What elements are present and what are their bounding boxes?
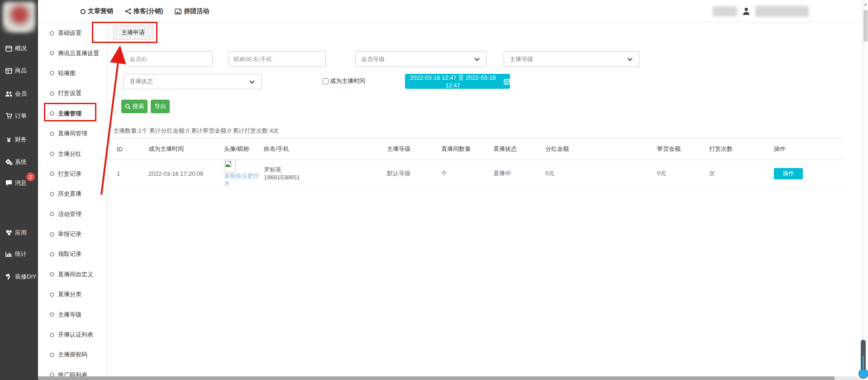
- cell-room-count: 个: [437, 160, 489, 188]
- nickname-input[interactable]: [229, 51, 326, 67]
- horizontal-scrollbar[interactable]: [38, 376, 862, 380]
- vertical-scrollbar-thumb[interactable]: [863, 10, 868, 42]
- topnav-label: 拼团活动: [184, 7, 209, 15]
- vertical-scrollbar[interactable]: ▲: [862, 0, 868, 380]
- radio-circle-icon: [50, 91, 54, 96]
- topnav-label: 推客(分销): [134, 7, 163, 15]
- col-header-avatar-nickname: 头像/昵称: [219, 139, 259, 160]
- sidebar-item-goods[interactable]: 商品: [0, 66, 38, 76]
- goods-icon: [5, 67, 13, 74]
- submenu-item-basic-settings[interactable]: 基础设置: [38, 23, 107, 43]
- radio-circle-icon: [50, 232, 54, 236]
- chevron-down-icon: [474, 56, 479, 61]
- circle-icon: [81, 9, 86, 14]
- radio-circle-icon: [50, 172, 54, 176]
- sidebar-item-diy[interactable]: 装修DIY: [0, 272, 38, 282]
- radio-circle-icon: [50, 353, 54, 357]
- submenu-item-reward-settings[interactable]: 打赏设置: [38, 83, 107, 103]
- col-header-actions: 操作: [769, 139, 843, 160]
- sidebar-item-stats[interactable]: 统计: [0, 249, 38, 259]
- tab-anchor-application[interactable]: 主播申请: [113, 25, 153, 40]
- topnav-item-distribution[interactable]: 推客(分销): [125, 7, 163, 15]
- submenu-item-anchor-management[interactable]: 主播管理: [38, 104, 107, 124]
- search-button[interactable]: 搜索: [121, 100, 148, 113]
- submenu-item-anchor-dividend[interactable]: 主播分红: [38, 144, 107, 164]
- submenu-item-reward-records[interactable]: 打赏记录: [38, 164, 107, 184]
- date-range-button[interactable]: 2022-03-18 12:47 至 2022-03-18 12:47: [405, 74, 510, 89]
- export-button[interactable]: 导出: [151, 100, 170, 113]
- col-header-goods-amount: 带货金额: [653, 139, 705, 160]
- col-header-name-phone: 姓名/手机: [259, 139, 382, 160]
- topnav-item-group-activity[interactable]: 拼团活动: [175, 7, 209, 15]
- sidebar-item-label: 统计: [15, 250, 27, 258]
- radio-circle-icon: [50, 132, 54, 136]
- user-menu[interactable]: [713, 5, 809, 18]
- submenu-item-tencent-live[interactable]: 腾讯云直播设置: [38, 43, 107, 63]
- app-logo[interactable]: [3, 2, 35, 33]
- topnav-item-article-marketing[interactable]: 文章营销: [81, 7, 113, 15]
- submenu-item-activity-management[interactable]: 活动管理: [38, 204, 107, 224]
- submenu-item-anchor-level[interactable]: 主播等级: [38, 304, 107, 324]
- cell-name-phone: 罗标英 18681538651: [259, 160, 382, 188]
- submenu-label: 腾讯云直播设置: [58, 49, 99, 58]
- radio-circle-icon: [50, 313, 54, 317]
- censored-balance: [713, 6, 737, 16]
- col-header-live-status: 直播状态: [489, 139, 541, 160]
- submenu-item-cert-list[interactable]: 开播认证列表: [38, 325, 107, 345]
- submenu-item-auth-code[interactable]: 主播授权码: [38, 345, 107, 365]
- submenu-label: 主播分红: [58, 150, 81, 158]
- submenu-label: 活动管理: [58, 210, 81, 218]
- horizontal-scrollbar-thumb[interactable]: [38, 376, 835, 380]
- live-status-select[interactable]: 直播状态: [124, 74, 262, 89]
- scroll-indicator-handle[interactable]: [858, 369, 868, 379]
- sidebar-item-orders[interactable]: 订单: [0, 111, 38, 121]
- anchor-phone: 18681538651: [264, 173, 382, 181]
- member-level-select[interactable]: 会员等级: [355, 51, 486, 67]
- nickname-link[interactable]: 来瓶快乐肥仔水: [224, 173, 259, 188]
- date-range-value: 2022-03-18 12:47 至 2022-03-18 12:47: [405, 74, 501, 89]
- calendar-icon: [504, 78, 510, 85]
- cell-live-status: 直播中: [489, 160, 541, 188]
- search-icon: [125, 104, 131, 110]
- submenu-label: 主播授权码: [58, 351, 87, 359]
- radio-circle-icon: [50, 31, 54, 35]
- system-gear-icon: [5, 159, 13, 166]
- sidebar-item-label: 装修DIY: [15, 273, 37, 281]
- sidebar-item-apps[interactable]: 应用: [0, 228, 38, 238]
- live-submenu: 基础设置 腾讯云直播设置 轮播图 打赏设置 主播管理 直播间管理 主播分红 打赏…: [38, 23, 108, 377]
- cell-actions: 操作: [769, 160, 843, 188]
- become-anchor-time-filter[interactable]: 成为主播时间: [323, 77, 365, 85]
- sidebar-item-system[interactable]: 系统: [0, 157, 38, 167]
- submenu-item-claim-records[interactable]: 领取记录: [38, 244, 107, 264]
- table-header-row: ID 成为主播时间 头像/昵称 姓名/手机 主播等级 直播间数量 直播状态 分红…: [112, 139, 843, 160]
- cell-goods-amount: 0元: [653, 160, 705, 188]
- chevron-down-icon: [249, 78, 254, 83]
- member-id-input[interactable]: [124, 51, 213, 67]
- submenu-item-history-live[interactable]: 历史直播: [38, 184, 107, 204]
- anchor-level-select[interactable]: 主播等级: [504, 51, 639, 67]
- row-action-button[interactable]: 操作: [774, 168, 803, 179]
- orders-icon: [5, 112, 13, 120]
- sidebar-item-overview[interactable]: 概况: [0, 43, 38, 53]
- submenu-item-live-category[interactable]: 直播分类: [38, 284, 107, 304]
- top-nav: 文章营销 推客(分销) 拼团活动: [81, 0, 209, 23]
- sidebar-item-label: 应用: [15, 229, 27, 237]
- sidebar-item-finance[interactable]: ¥ 财务: [0, 135, 38, 144]
- cell-become-time: 2022-03-16 17:20:09: [144, 160, 219, 188]
- scroll-up-arrow-icon[interactable]: ▲: [863, 2, 868, 6]
- submenu-item-carousel[interactable]: 轮播图: [38, 63, 107, 83]
- admin-page: 概况 商品 会员 订单 ¥ 财务 系统 消息 应用: [0, 0, 868, 380]
- sidebar-item-members[interactable]: 会员: [0, 89, 38, 99]
- anchor-summary: 主播数量:1个 累计分红金额:0 累计带货金额:0 累计打赏次数:4次: [113, 127, 279, 135]
- person-icon: [743, 7, 750, 15]
- submenu-label: 直播间自定义: [58, 270, 93, 279]
- submenu-item-report-records[interactable]: 举报记录: [38, 224, 107, 244]
- submenu-label: 直播分类: [58, 290, 81, 298]
- sidebar-item-label: 商品: [15, 67, 27, 75]
- sidebar-item-label: 会员: [15, 90, 27, 98]
- become-anchor-time-checkbox[interactable]: [323, 78, 329, 84]
- submenu-item-liveroom-custom[interactable]: 直播间自定义: [38, 265, 107, 284]
- submenu-item-promo-code-list[interactable]: 推广码列表: [38, 365, 107, 377]
- submenu-item-liveroom-management[interactable]: 直播间管理: [38, 124, 107, 144]
- col-header-anchor-level: 主播等级: [382, 139, 437, 160]
